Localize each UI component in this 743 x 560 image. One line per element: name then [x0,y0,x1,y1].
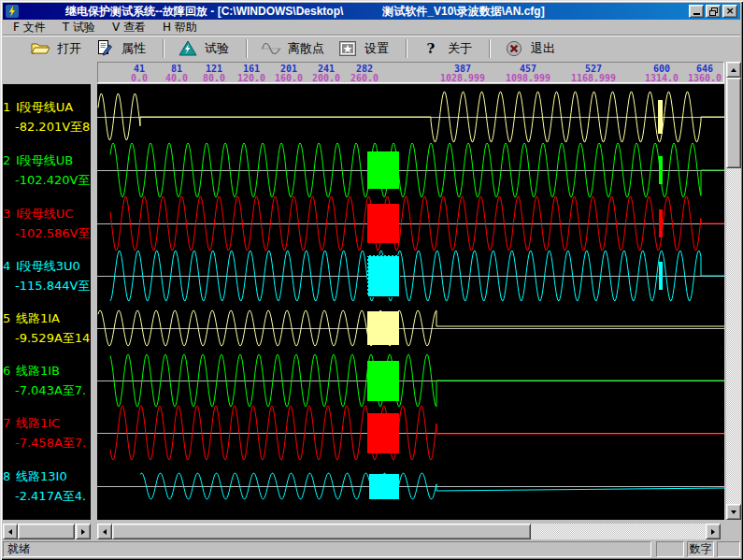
ruler-time-label: 1360.0 [688,73,722,83]
time-ruler[interactable]: 410.08140.012180.0161120.0201160.0241200… [97,62,724,83]
channel-number: 7 [3,416,11,430]
triangle-down-icon [731,510,736,514]
toolbar-button-exit[interactable]: 退出 [499,37,560,59]
status-cell-digital: 数字 [687,541,714,557]
title-bar[interactable]: 继电保护测试系统--故障回放 - [C:\WINDOWS\Desktop\ 测试… [3,3,740,20]
toolbar-separator [163,39,164,58]
scroll-up-button[interactable] [726,62,741,78]
properties-icon [94,39,115,57]
test-lightning-icon [178,39,198,57]
triangle-up-icon [731,68,736,72]
channel-range: -2.417A至4. [15,488,86,505]
status-cell-empty-2 [717,541,740,557]
close-button[interactable]: × [722,5,737,18]
app-window: 继电保护测试系统--故障回放 - [C:\WINDOWS\Desktop\ 测试… [0,0,743,560]
channel-name: Ⅰ段母线UC [16,207,73,221]
channel-label[interactable]: 4Ⅰ段母线3U0 [3,258,80,275]
vertical-scroll-thumb[interactable] [726,78,741,168]
channel-label[interactable]: 8线路13I0 [3,468,67,485]
restore-icon [709,7,718,16]
channel-name: Ⅰ段母线UA [16,100,73,114]
cursor-marker [658,100,663,134]
toolbar-separator [489,39,491,58]
channel-label[interactable]: 2Ⅰ段母线UB [3,152,73,169]
cursor-marker [659,156,663,184]
waveform-hscroll-thumb[interactable] [112,524,531,539]
ruler-time-label: 80.0 [203,73,225,83]
about-icon: ? [421,39,441,57]
triangle-right-icon [81,529,85,535]
channel-range: -102.420V至 [15,172,90,189]
toolbar-button-discrete-points[interactable]: 离散点 [256,37,329,59]
channel-range: -82.201V至8 [15,119,90,136]
channel-label-panel: 1Ⅰ段母线UA-82.201V至82Ⅰ段母线UB-102.420V至3Ⅰ段母线U… [3,84,91,520]
toolbar-button-about[interactable]: ? 关于 [416,37,477,59]
toolbar-label-test: 试验 [205,40,229,57]
toolbar-button-open[interactable]: 打开 [25,37,86,59]
dense-sample-block [369,474,399,499]
dense-sample-block [367,255,399,296]
toolbar-button-properties[interactable]: 属性 [90,37,150,59]
channel-label[interactable]: 6线路1IB [3,363,60,380]
channel-name: Ⅰ段母线3U0 [16,259,80,273]
label-hscroll-thumb[interactable] [18,524,75,539]
status-bar: 就绪 数字 [3,541,740,557]
channel-number: 4 [3,259,11,273]
toolbar-separator [406,39,407,58]
restore-button[interactable] [706,5,721,18]
discrete-points-icon [261,39,281,57]
waveform-plot [97,84,724,520]
dense-sample-block [367,204,399,243]
waveform-panel[interactable] [97,84,724,520]
menu-view[interactable]: V 查看 [104,19,154,36]
channel-name: 线路1IC [16,416,60,430]
window-title-part1: 继电保护测试系统--故障回放 - [C:\WINDOWS\Desktop\ [65,4,343,20]
channel-number: 3 [3,207,11,221]
waveform-scroll-left-button[interactable] [97,524,112,539]
channel-range: -115.844V至 [15,278,90,294]
channel-range: -7.458A至7. [15,435,86,452]
channel-label[interactable]: 3Ⅰ段母线UC [3,206,73,223]
toolbar: 打开 属性 试验 [3,36,740,60]
dense-sample-block [367,361,399,401]
menu-test[interactable]: T 试验 [54,19,104,36]
open-folder-icon [30,39,50,57]
channel-label[interactable]: 1Ⅰ段母线UA [3,99,73,116]
ruler-time-label: 200.0 [312,73,340,83]
close-icon: × [725,7,734,16]
exit-icon [504,39,524,57]
toolbar-button-settings[interactable]: 设置 [333,37,393,59]
ruler-time-label: 40.0 [165,73,188,83]
menu-file[interactable]: F 文件 [5,19,54,36]
channel-number: 2 [3,153,11,167]
toolbar-label-properties: 属性 [121,40,146,57]
toolbar-button-test[interactable]: 试验 [173,37,234,59]
status-message: 就绪 [3,541,651,557]
status-cell-empty-1 [656,541,684,557]
menu-help[interactable]: H 帮助 [154,19,206,36]
dense-sample-block [367,151,399,189]
scroll-down-button[interactable] [726,504,741,520]
label-panel-hscrollbar [3,524,91,539]
minimize-icon [693,13,700,15]
waveform-scroll-right-button[interactable] [706,524,721,539]
toolbar-separator [246,39,248,58]
toolbar-label-open: 打开 [57,40,81,57]
menu-bar: F 文件 T 试验 V 查看 H 帮助 [3,20,740,36]
toolbar-label-discrete-points: 离散点 [288,40,324,57]
channel-name: 线路1IB [16,364,60,378]
minimize-button[interactable] [689,5,704,18]
dense-sample-block [367,413,399,453]
channel-range: -7.043A至7. [15,382,86,399]
channel-name: 线路13I0 [16,469,67,483]
scrollbar-corner [721,524,740,539]
label-scroll-left-button[interactable] [3,524,18,539]
triangle-left-icon [8,529,12,535]
app-icon[interactable] [6,5,19,18]
toolbar-label-exit: 退出 [531,40,555,57]
channel-label[interactable]: 7线路1IC [3,415,60,432]
ruler-time-label: 1028.999 [440,73,485,83]
label-scroll-right-button[interactable] [76,524,91,539]
channel-label[interactable]: 5线路1IA [3,310,60,327]
ruler-time-label: 1098.999 [506,73,550,83]
